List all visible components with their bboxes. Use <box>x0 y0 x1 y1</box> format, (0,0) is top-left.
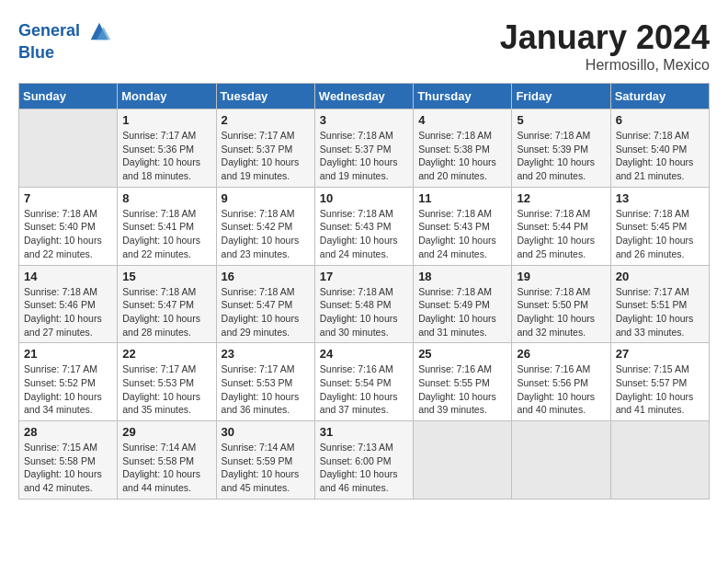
day-number: 24 <box>320 347 408 361</box>
day-info: Sunrise: 7:15 AMSunset: 5:58 PMDaylight:… <box>24 441 112 495</box>
day-number: 15 <box>122 270 210 283</box>
day-number: 23 <box>222 347 310 361</box>
calendar-cell: 29Sunrise: 7:14 AMSunset: 5:58 PMDayligh… <box>118 421 216 500</box>
weekday-header: Tuesday <box>216 84 314 109</box>
day-info: Sunrise: 7:15 AMSunset: 5:57 PMDaylight:… <box>616 362 704 417</box>
day-info: Sunrise: 7:14 AMSunset: 5:59 PMDaylight:… <box>222 441 310 495</box>
day-info: Sunrise: 7:18 AMSunset: 5:47 PMDaylight:… <box>122 285 210 339</box>
calendar-cell: 20Sunrise: 7:17 AMSunset: 5:51 PMDayligh… <box>610 265 709 343</box>
day-number: 30 <box>222 425 310 439</box>
logo-text: General <box>18 18 112 44</box>
day-info: Sunrise: 7:17 AMSunset: 5:53 PMDaylight:… <box>222 362 310 417</box>
calendar-cell: 23Sunrise: 7:17 AMSunset: 5:53 PMDayligh… <box>216 343 314 421</box>
day-number: 8 <box>122 191 210 205</box>
day-number: 25 <box>418 347 506 361</box>
day-info: Sunrise: 7:16 AMSunset: 5:56 PMDaylight:… <box>517 362 605 417</box>
calendar-cell: 5Sunrise: 7:18 AMSunset: 5:39 PMDaylight… <box>512 109 610 188</box>
calendar-cell: 14Sunrise: 7:18 AMSunset: 5:46 PMDayligh… <box>19 265 118 343</box>
calendar-cell: 2Sunrise: 7:17 AMSunset: 5:37 PMDaylight… <box>216 109 314 188</box>
day-number: 29 <box>122 425 210 439</box>
day-number: 11 <box>418 191 506 205</box>
calendar-cell: 22Sunrise: 7:17 AMSunset: 5:53 PMDayligh… <box>118 343 216 421</box>
weekday-header: Wednesday <box>314 84 413 109</box>
day-number: 27 <box>616 347 704 361</box>
calendar-cell: 17Sunrise: 7:18 AMSunset: 5:48 PMDayligh… <box>314 265 413 343</box>
calendar-cell: 4Sunrise: 7:18 AMSunset: 5:38 PMDaylight… <box>414 109 512 188</box>
day-number: 10 <box>320 191 408 205</box>
calendar-cell: 12Sunrise: 7:18 AMSunset: 5:44 PMDayligh… <box>512 187 610 265</box>
calendar-week-row: 14Sunrise: 7:18 AMSunset: 5:46 PMDayligh… <box>19 265 710 343</box>
day-info: Sunrise: 7:18 AMSunset: 5:45 PMDaylight:… <box>616 207 704 261</box>
day-number: 26 <box>517 347 605 361</box>
calendar-cell: 16Sunrise: 7:18 AMSunset: 5:47 PMDayligh… <box>216 265 314 343</box>
location-subtitle: Hermosillo, Mexico <box>500 57 710 74</box>
calendar-cell: 31Sunrise: 7:13 AMSunset: 6:00 PMDayligh… <box>314 421 413 500</box>
day-info: Sunrise: 7:14 AMSunset: 5:58 PMDaylight:… <box>122 441 210 495</box>
day-info: Sunrise: 7:17 AMSunset: 5:36 PMDaylight:… <box>122 129 210 183</box>
day-info: Sunrise: 7:18 AMSunset: 5:39 PMDaylight:… <box>517 129 605 183</box>
day-number: 22 <box>122 347 210 361</box>
logo-text-blue: Blue <box>18 44 112 63</box>
calendar-cell: 9Sunrise: 7:18 AMSunset: 5:42 PMDaylight… <box>216 187 314 265</box>
day-number: 13 <box>616 191 704 205</box>
calendar-cell: 15Sunrise: 7:18 AMSunset: 5:47 PMDayligh… <box>118 265 216 343</box>
calendar-cell: 25Sunrise: 7:16 AMSunset: 5:55 PMDayligh… <box>414 343 512 421</box>
day-info: Sunrise: 7:18 AMSunset: 5:41 PMDaylight:… <box>122 207 210 261</box>
day-number: 4 <box>418 113 506 127</box>
day-number: 16 <box>222 270 310 283</box>
weekday-header: Friday <box>512 84 610 109</box>
day-number: 5 <box>517 113 605 127</box>
calendar-cell: 1Sunrise: 7:17 AMSunset: 5:36 PMDaylight… <box>118 109 216 188</box>
day-info: Sunrise: 7:18 AMSunset: 5:40 PMDaylight:… <box>616 129 704 183</box>
calendar-week-row: 7Sunrise: 7:18 AMSunset: 5:40 PMDaylight… <box>19 187 710 265</box>
day-info: Sunrise: 7:18 AMSunset: 5:44 PMDaylight:… <box>517 207 605 261</box>
calendar-cell: 8Sunrise: 7:18 AMSunset: 5:41 PMDaylight… <box>118 187 216 265</box>
day-info: Sunrise: 7:16 AMSunset: 5:54 PMDaylight:… <box>320 362 408 417</box>
day-info: Sunrise: 7:17 AMSunset: 5:53 PMDaylight:… <box>122 362 210 417</box>
calendar-cell: 27Sunrise: 7:15 AMSunset: 5:57 PMDayligh… <box>610 343 709 421</box>
calendar-cell <box>610 421 709 500</box>
calendar-week-row: 21Sunrise: 7:17 AMSunset: 5:52 PMDayligh… <box>19 343 710 421</box>
day-number: 1 <box>122 113 210 127</box>
calendar-cell <box>512 421 610 500</box>
day-info: Sunrise: 7:13 AMSunset: 6:00 PMDaylight:… <box>320 441 408 495</box>
day-info: Sunrise: 7:18 AMSunset: 5:43 PMDaylight:… <box>320 207 408 261</box>
calendar-cell: 28Sunrise: 7:15 AMSunset: 5:58 PMDayligh… <box>19 421 118 500</box>
calendar-cell: 24Sunrise: 7:16 AMSunset: 5:54 PMDayligh… <box>314 343 413 421</box>
calendar-cell: 30Sunrise: 7:14 AMSunset: 5:59 PMDayligh… <box>216 421 314 500</box>
month-title: January 2024 <box>500 18 710 57</box>
day-number: 12 <box>517 191 605 205</box>
calendar-week-row: 28Sunrise: 7:15 AMSunset: 5:58 PMDayligh… <box>19 421 710 500</box>
day-info: Sunrise: 7:17 AMSunset: 5:51 PMDaylight:… <box>616 285 704 339</box>
day-number: 17 <box>320 270 408 283</box>
calendar-cell: 21Sunrise: 7:17 AMSunset: 5:52 PMDayligh… <box>19 343 118 421</box>
calendar-week-row: 1Sunrise: 7:17 AMSunset: 5:36 PMDaylight… <box>19 109 710 188</box>
calendar-cell: 26Sunrise: 7:16 AMSunset: 5:56 PMDayligh… <box>512 343 610 421</box>
day-number: 7 <box>24 191 112 205</box>
calendar-cell: 6Sunrise: 7:18 AMSunset: 5:40 PMDaylight… <box>610 109 709 188</box>
day-number: 3 <box>320 113 408 127</box>
day-info: Sunrise: 7:18 AMSunset: 5:38 PMDaylight:… <box>418 129 506 183</box>
calendar-cell: 11Sunrise: 7:18 AMSunset: 5:43 PMDayligh… <box>414 187 512 265</box>
calendar-cell: 13Sunrise: 7:18 AMSunset: 5:45 PMDayligh… <box>610 187 709 265</box>
calendar-cell <box>414 421 512 500</box>
calendar-cell: 19Sunrise: 7:18 AMSunset: 5:50 PMDayligh… <box>512 265 610 343</box>
day-info: Sunrise: 7:18 AMSunset: 5:46 PMDaylight:… <box>24 285 112 339</box>
day-info: Sunrise: 7:17 AMSunset: 5:52 PMDaylight:… <box>24 362 112 417</box>
page-header: General Blue January 2024 Hermosillo, Me… <box>18 18 710 74</box>
day-info: Sunrise: 7:18 AMSunset: 5:48 PMDaylight:… <box>320 285 408 339</box>
day-number: 14 <box>24 270 112 283</box>
day-number: 31 <box>320 425 408 439</box>
weekday-header: Thursday <box>414 84 512 109</box>
day-info: Sunrise: 7:18 AMSunset: 5:37 PMDaylight:… <box>320 129 408 183</box>
calendar-table: SundayMondayTuesdayWednesdayThursdayFrid… <box>18 83 710 500</box>
calendar-cell: 7Sunrise: 7:18 AMSunset: 5:40 PMDaylight… <box>19 187 118 265</box>
day-number: 6 <box>616 113 704 127</box>
day-info: Sunrise: 7:18 AMSunset: 5:50 PMDaylight:… <box>517 285 605 339</box>
title-block: January 2024 Hermosillo, Mexico <box>500 18 710 74</box>
logo: General Blue <box>18 18 112 63</box>
day-number: 2 <box>222 113 310 127</box>
day-info: Sunrise: 7:18 AMSunset: 5:42 PMDaylight:… <box>222 207 310 261</box>
calendar-cell <box>19 109 118 188</box>
calendar-cell: 10Sunrise: 7:18 AMSunset: 5:43 PMDayligh… <box>314 187 413 265</box>
